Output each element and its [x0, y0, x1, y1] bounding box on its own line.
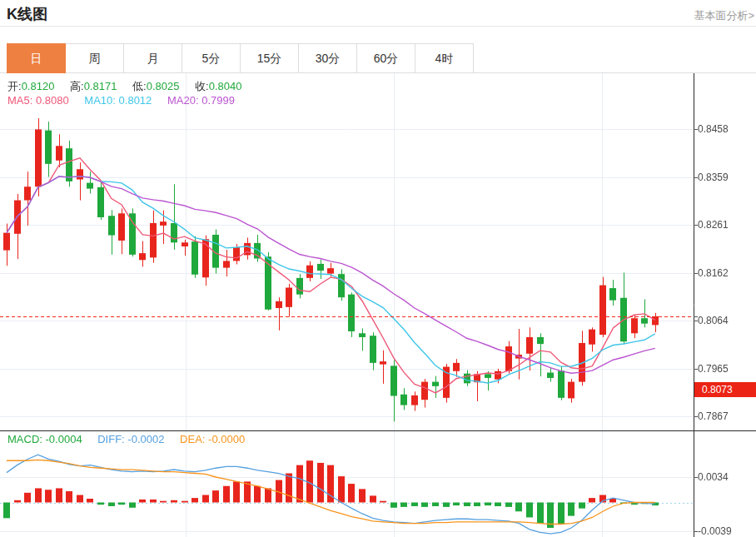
last-price-badge: 0.8073	[694, 382, 756, 397]
macd-tick-label: 0.0034	[698, 470, 756, 484]
ohlc-readout: 开:0.8120 高:0.8171 低:0.8025 收:0.8040	[7, 79, 254, 94]
macd-readout: MACD: -0.0004 DIFF: -0.0002 DEA: -0.0000	[7, 433, 257, 445]
close-label: 收:	[195, 80, 209, 92]
ma5-value: 0.8080	[36, 94, 69, 107]
price-axis: 0.84580.83590.82610.81620.80640.79650.78…	[698, 73, 756, 537]
tab-week[interactable]: 周	[65, 43, 124, 73]
diff-label: DIFF:	[97, 433, 125, 445]
page-title: K线图	[7, 4, 47, 24]
price-tick-label: 0.8261	[698, 218, 756, 231]
open-label: 开:	[7, 80, 22, 92]
price-tick-label: 0.8064	[698, 314, 756, 327]
price-tick-label: 0.8162	[698, 266, 756, 280]
kline-page: K线图 基本面分析> 日 周 月 5分 15分 30分 60分 4时 开:0.8…	[0, 0, 756, 537]
price-tick-label: 0.7965	[698, 362, 756, 375]
fundamental-analysis-link[interactable]: 基本面分析>	[694, 8, 754, 23]
dea-value: -0.0000	[208, 433, 245, 445]
ma-readout: MA5: 0.8080 MA10: 0.8012 MA20: 0.7999	[7, 94, 247, 107]
low-label: 低:	[132, 80, 147, 92]
macd-label: MACD:	[7, 433, 42, 445]
macd-tick-label: -0.0039	[698, 525, 756, 537]
tab-day[interactable]: 日	[7, 43, 66, 73]
tab-5min[interactable]: 5分	[182, 43, 241, 73]
price-tick-label: 0.8359	[698, 171, 756, 184]
tab-4hour[interactable]: 4时	[415, 43, 474, 73]
diff-value: -0.0002	[127, 433, 164, 445]
price-tick-label: 0.7867	[698, 410, 756, 423]
macd-value: -0.0004	[46, 433, 82, 445]
high-value: 0.8171	[84, 80, 117, 92]
ma5-label: MA5:	[7, 94, 32, 107]
tab-30min[interactable]: 30分	[298, 43, 357, 73]
ma10-label: MA10:	[84, 94, 116, 107]
high-label: 高:	[70, 80, 84, 92]
page-header: K线图 基本面分析>	[0, 0, 756, 27]
period-tabs: 日 周 月 5分 15分 30分 60分 4时	[7, 43, 474, 73]
low-value: 0.8025	[147, 80, 180, 92]
period-tabbar: 日 周 月 5分 15分 30分 60分 4时	[0, 43, 756, 73]
ma20-value: 0.7999	[201, 94, 235, 107]
close-value: 0.8040	[209, 80, 242, 92]
chart-area: 开:0.8120 高:0.8171 低:0.8025 收:0.8040 MA5:…	[0, 73, 756, 537]
tab-month[interactable]: 月	[123, 43, 182, 73]
ma20-label: MA20:	[167, 94, 199, 107]
tab-60min[interactable]: 60分	[356, 43, 415, 73]
price-tick-label: 0.8458	[698, 122, 756, 136]
dea-label: DEA:	[180, 433, 205, 445]
open-value: 0.8120	[22, 80, 55, 92]
tab-15min[interactable]: 15分	[240, 43, 299, 73]
kline-chart-canvas[interactable]	[0, 73, 756, 537]
ma10-value: 0.8012	[119, 94, 152, 107]
